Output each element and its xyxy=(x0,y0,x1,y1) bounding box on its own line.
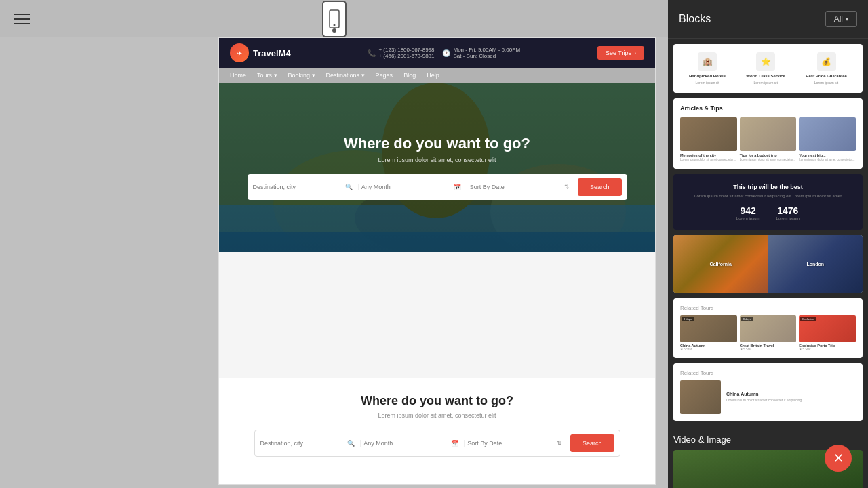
nav-booking[interactable]: Booking ▾ xyxy=(288,72,315,79)
sort2-input[interactable] xyxy=(467,440,554,447)
feature-price: 💰 Best Price Guarantee Lorem ipsum sit xyxy=(806,52,847,85)
blocks-title: Blocks xyxy=(679,13,711,25)
single-grid: China Autumn Lorem ipsum dolor sit amet … xyxy=(680,380,856,414)
article-2-name: Tips for a budget trip xyxy=(740,153,797,157)
destination-field[interactable]: 🔍 xyxy=(253,184,359,190)
article-1-name: Memories of the city xyxy=(680,153,737,157)
nav-blog[interactable]: Blog xyxy=(403,72,416,79)
gallery-right-label: London xyxy=(806,262,824,266)
nav-pages[interactable]: Pages xyxy=(376,72,393,79)
article-3: Your next big... Lorem ipsum dolor sit a… xyxy=(799,117,856,162)
svg-point-1 xyxy=(333,24,335,26)
related-thumb-3: Exclusive xyxy=(799,315,856,342)
nav-home[interactable]: Home xyxy=(230,72,246,79)
card-features: 🏨 Handpicked Hotels Lorem ipsum sit ⭐ Wo… xyxy=(673,44,863,93)
hotel-icon: 🏨 xyxy=(698,52,717,71)
search2-icon: 🔍 xyxy=(347,440,355,447)
article-3-desc: Lorem ipsum dolor sit amet consectetur..… xyxy=(799,158,856,162)
features-block-card[interactable]: 🏨 Handpicked Hotels Lorem ipsum sit ⭐ Wo… xyxy=(673,44,863,93)
gallery-california: California xyxy=(673,235,768,293)
card-single: Related Tours China Autumn Lorem ipsum d… xyxy=(673,363,863,421)
card-gallery: California London xyxy=(673,235,863,293)
blocks-header: Blocks All ▾ xyxy=(668,0,868,39)
related-grid: 8 days China Autumn ★ 5 Star 8 days Grea… xyxy=(680,315,856,351)
feature-hotels-label: Handpicked Hotels xyxy=(689,74,726,78)
month-field[interactable]: 📅 xyxy=(361,184,467,190)
see-trips-label: See Trips xyxy=(606,49,631,56)
hero-search-bar: 🔍 📅 ⇅ Search xyxy=(248,174,627,200)
dest2-field[interactable]: 🔍 xyxy=(260,440,361,447)
all-button[interactable]: All ▾ xyxy=(825,11,857,27)
site-nav: Home Tours ▾ Booking ▾ Destinations ▾ Pa… xyxy=(219,68,655,83)
related-thumb-1: 8 days xyxy=(680,315,737,342)
month-input[interactable] xyxy=(361,184,451,190)
card-related: Related Tours 8 days China Autumn ★ 5 St… xyxy=(673,298,863,358)
sort-icon: ⇅ xyxy=(564,184,570,190)
feature-hotels: 🏨 Handpicked Hotels Lorem ipsum sit xyxy=(689,52,726,85)
related-tours-card[interactable]: Related Tours 8 days China Autumn ★ 5 St… xyxy=(673,298,863,358)
single-title: Related Tours xyxy=(680,370,856,376)
header-contacts: 📞 + (123) 1800-567-8998 + (456) 2901-678… xyxy=(368,47,520,59)
single-thumb xyxy=(680,380,721,414)
month2-input[interactable] xyxy=(363,440,448,447)
hours-contact: 🕐 Mon - Fri: 9:00AM - 5:00PM Sat - Sun: … xyxy=(442,47,520,59)
related-2: 8 days Great Britain Travel ★ 5 Star xyxy=(740,315,797,351)
dark-card-title: This trip will be the best xyxy=(682,184,854,190)
see-trips-button[interactable]: See Trips › xyxy=(597,46,644,60)
stats-row: 942 Lorem ipsum 1476 Lorem ipsum xyxy=(682,205,854,220)
site-logo: ✈ TravelM4 xyxy=(230,43,291,62)
search2-button[interactable]: Search xyxy=(570,434,614,452)
sort2-field[interactable]: ⇅ xyxy=(467,440,568,447)
hours1: Mon - Fri: 9:00AM - 5:00PM xyxy=(453,47,520,53)
arrow-icon: › xyxy=(634,49,636,56)
dark-card-desc: Lorem ipsum dolor sit amet consectetur a… xyxy=(682,193,854,199)
dark-stats-card[interactable]: This trip will be the best Lorem ipsum d… xyxy=(673,174,863,230)
site-header: ✈ TravelM4 📞 + (123) 1800-567-8998 + (45… xyxy=(219,38,655,68)
section2-title: Where do you want to go? xyxy=(361,394,513,408)
nav-tours[interactable]: Tours ▾ xyxy=(257,72,277,79)
nav-help[interactable]: Help xyxy=(427,72,439,79)
calendar2-icon: 📅 xyxy=(451,440,458,447)
related-3: Exclusive Exclusive Porto Trip ★ 5 Star xyxy=(799,315,856,351)
nav-destinations[interactable]: Destinations ▾ xyxy=(326,72,365,79)
related-1-info: ★ 5 Star xyxy=(680,348,737,351)
related-2-info: ★ 5 Star xyxy=(740,348,797,351)
articles-block-card[interactable]: Articles & Tips Memories of the city Lor… xyxy=(673,98,863,169)
price-icon: 💰 xyxy=(817,52,836,71)
section2: Where do you want to go? Lorem ipsum dol… xyxy=(219,378,655,473)
phone-contact: 📞 + (123) 1800-567-8998 + (456) 2901-678… xyxy=(368,47,434,59)
all-btn-label: All xyxy=(834,14,843,24)
gallery-block-card[interactable]: California London xyxy=(673,235,863,293)
hamburger-icon[interactable] xyxy=(14,14,30,24)
hours2: Sat - Sun: Closed xyxy=(453,53,520,59)
feature-service-label: World Class Service xyxy=(746,74,785,78)
destination-input[interactable] xyxy=(253,184,342,190)
clock-icon: 🕐 xyxy=(442,49,450,57)
sort-input[interactable] xyxy=(470,184,561,190)
logo-icon: ✈ xyxy=(230,43,249,62)
feature-hotels-desc: Lorem ipsum sit xyxy=(695,81,719,85)
stat-2-number: 1476 xyxy=(776,205,800,216)
single-tour-card[interactable]: Related Tours China Autumn Lorem ipsum d… xyxy=(673,363,863,421)
gallery-london: London xyxy=(768,235,863,293)
single-info-name: China Autumn xyxy=(726,392,856,396)
logo-text: TravelM4 xyxy=(253,48,291,58)
close-button[interactable]: ✕ xyxy=(825,445,852,472)
search-button[interactable]: Search xyxy=(578,178,622,196)
article-1: Memories of the city Lorem ipsum dolor s… xyxy=(680,117,737,162)
section2-subtitle: Lorem ipsum dolor sit amet, consectetur … xyxy=(378,412,496,419)
stat-2: 1476 Lorem ipsum xyxy=(776,205,800,220)
stat-2-label: Lorem ipsum xyxy=(776,216,800,220)
related-badge-2: 8 days xyxy=(741,317,753,321)
svg-rect-2 xyxy=(332,12,336,12)
gray-section xyxy=(219,252,655,378)
related-3-info: ★ 5 Star xyxy=(799,348,856,351)
phone1: + (123) 1800-567-8998 xyxy=(378,47,434,53)
section2-search-bar: 🔍 📅 ⇅ Search xyxy=(254,430,620,457)
sort-field[interactable]: ⇅ xyxy=(470,184,575,190)
month2-field[interactable]: 📅 xyxy=(363,440,465,447)
sort2-icon: ⇅ xyxy=(557,440,562,447)
video-image-title: Video & Image xyxy=(673,434,863,445)
phone2: + (456) 2901-678-9881 xyxy=(378,53,434,59)
dest2-input[interactable] xyxy=(260,440,345,447)
